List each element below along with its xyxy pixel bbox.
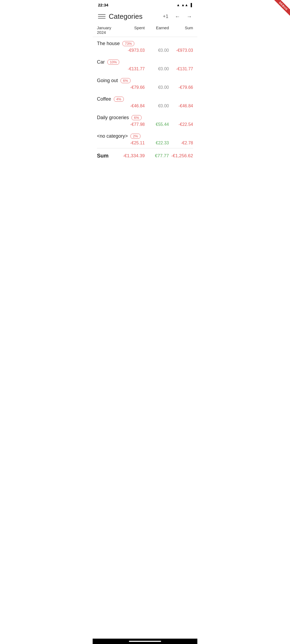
category-row[interactable]: The house73%-€973.03€0.00-€973.03 xyxy=(97,37,193,56)
category-spent: -€79.66 xyxy=(118,85,145,90)
category-spent: -€131.77 xyxy=(118,67,145,71)
category-badge: 73% xyxy=(122,41,134,46)
back-button[interactable]: ← xyxy=(174,12,181,21)
category-row[interactable]: Daily groceries6%-€77.98€55.44-€22.54 xyxy=(97,111,193,130)
column-headers: January 2024 Spent Earned Sum xyxy=(93,24,197,37)
categories-list: The house73%-€973.03€0.00-€973.03Car10%-… xyxy=(93,37,197,148)
category-name: Daily groceries xyxy=(97,115,129,120)
toolbar-actions: +1 ← → xyxy=(162,12,193,21)
toolbar: Categories +1 ← → xyxy=(93,9,197,24)
category-earned: €55.44 xyxy=(145,122,169,127)
add-button[interactable]: +1 xyxy=(162,13,169,20)
category-sum: -€79.66 xyxy=(169,85,193,90)
category-sum: -€2.78 xyxy=(169,141,193,145)
category-earned: €0.00 xyxy=(145,67,169,71)
bottom-bar xyxy=(93,639,197,644)
category-sum: -€131.77 xyxy=(169,67,193,71)
category-sum: -€973.03 xyxy=(169,48,193,53)
category-spent: -€46.84 xyxy=(118,104,145,108)
menu-button[interactable] xyxy=(97,12,107,21)
period-header: January 2024 xyxy=(97,25,118,35)
category-badge: 2% xyxy=(130,134,140,139)
menu-line-1 xyxy=(98,14,106,15)
category-spent: -€77.98 xyxy=(118,122,145,127)
category-name: The house xyxy=(97,41,120,46)
category-row[interactable]: Car10%-€131.77€0.00-€131.77 xyxy=(97,56,193,74)
earned-header: Earned xyxy=(145,25,169,35)
category-spent: -€25.11 xyxy=(118,141,145,145)
sum-earned: €77.77 xyxy=(145,153,169,159)
category-badge: 6% xyxy=(132,115,142,120)
sum-spent: -€1,334.39 xyxy=(118,153,145,159)
category-sum: -€22.54 xyxy=(169,122,193,127)
category-spent: -€973.03 xyxy=(118,48,145,53)
battery-icon: ▐ xyxy=(190,3,192,7)
category-row[interactable]: Coffee4%-€46.84€0.00-€46.84 xyxy=(97,93,193,111)
category-sum: -€46.84 xyxy=(169,104,193,108)
category-row[interactable]: <no category>2%-€25.11€22.33-€2.78 xyxy=(97,130,193,148)
category-earned: €0.00 xyxy=(145,48,169,53)
category-name: Car xyxy=(97,59,105,65)
sum-row: Sum -€1,334.39 €77.77 -€1,256.62 xyxy=(93,148,197,163)
wifi-icon: ▲ xyxy=(176,3,180,7)
category-row[interactable]: Going out6%-€79.66€0.00-€79.66 xyxy=(97,74,193,93)
status-time: 22:34 xyxy=(98,3,108,7)
page-title: Categories xyxy=(109,12,162,21)
menu-line-2 xyxy=(98,16,106,17)
signal-icon: ▲▲ xyxy=(181,3,188,7)
category-earned: €22.33 xyxy=(145,141,169,145)
sum-total: -€1,256.62 xyxy=(169,153,193,159)
category-badge: 4% xyxy=(114,97,124,102)
status-icons: ▲ ▲▲ ▐ xyxy=(176,3,192,7)
category-badge: 10% xyxy=(107,60,119,65)
sum-label: Sum xyxy=(97,153,118,159)
forward-button[interactable]: → xyxy=(186,12,193,21)
category-name: Going out xyxy=(97,78,118,83)
category-name: <no category> xyxy=(97,133,128,139)
spent-header: Spent xyxy=(118,25,145,35)
category-earned: €0.00 xyxy=(145,85,169,90)
status-bar: 22:34 ▲ ▲▲ ▐ xyxy=(93,0,197,9)
category-earned: €0.00 xyxy=(145,104,169,108)
category-name: Coffee xyxy=(97,96,111,102)
menu-line-3 xyxy=(98,18,106,19)
category-badge: 6% xyxy=(121,78,130,83)
sum-header: Sum xyxy=(169,25,193,35)
home-indicator xyxy=(129,641,161,642)
